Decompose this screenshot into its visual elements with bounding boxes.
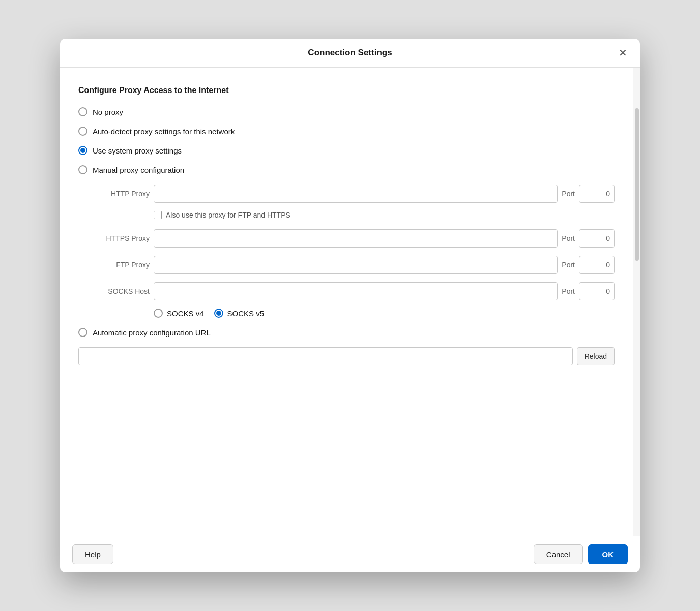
socks-host-input[interactable] [154,282,558,300]
radio-auto-proxy-label: Automatic proxy configuration URL [93,328,211,337]
socks-v5-indicator [214,309,223,318]
radio-no-proxy-label: No proxy [93,108,123,116]
socks-host-label: SOCKS Host [94,287,150,295]
radio-system-proxy[interactable]: Use system proxy settings [78,146,615,155]
https-port-label: Port [562,234,575,242]
dialog-body: Configure Proxy Access to the Internet N… [60,68,640,536]
radio-system-proxy-indicator [78,146,88,155]
http-proxy-row: HTTP Proxy Port [94,185,615,203]
socks-port-input[interactable] [579,282,615,300]
scrollbar-thumb[interactable] [635,108,639,261]
auto-proxy-url-input[interactable] [78,347,573,365]
radio-auto-detect-label: Auto-detect proxy settings for this netw… [93,127,235,136]
https-proxy-label: HTTPS Proxy [94,234,150,242]
footer-left: Help [72,544,113,564]
auto-proxy-url-row: Reload [78,347,615,365]
ftp-proxy-input[interactable] [154,256,558,274]
http-proxy-input[interactable] [154,185,558,203]
socks-v4-option[interactable]: SOCKS v4 [154,309,204,318]
manual-proxy-section: HTTP Proxy Port Also use this proxy for … [94,185,615,318]
ftp-port-label: Port [562,261,575,269]
radio-auto-detect[interactable]: Auto-detect proxy settings for this netw… [78,127,615,136]
reload-button[interactable]: Reload [577,347,615,365]
dialog-title: Connection Settings [308,48,392,58]
socks-v4-label: SOCKS v4 [167,309,204,318]
http-port-label: Port [562,190,575,198]
dialog-footer: Help Cancel OK [60,536,640,572]
section-title: Configure Proxy Access to the Internet [78,86,615,95]
https-proxy-row: HTTPS Proxy Port [94,229,615,248]
dialog-content: Configure Proxy Access to the Internet N… [60,68,633,536]
cancel-button[interactable]: Cancel [534,544,583,564]
socks-v5-label: SOCKS v5 [227,309,265,318]
http-proxy-label: HTTP Proxy [94,190,150,198]
socks-host-row: SOCKS Host Port [94,282,615,300]
radio-no-proxy[interactable]: No proxy [78,107,615,116]
radio-auto-proxy-indicator [78,328,88,337]
radio-manual-proxy-indicator [78,165,88,174]
also-use-checkbox-row: Also use this proxy for FTP and HTTPS [154,211,615,219]
radio-system-proxy-label: Use system proxy settings [93,146,182,155]
socks-v5-option[interactable]: SOCKS v5 [214,309,265,318]
socks-port-label: Port [562,287,575,295]
ftp-proxy-label: FTP Proxy [94,261,150,269]
dialog-header: Connection Settings ✕ [60,39,640,68]
socks-v4-indicator [154,309,163,318]
radio-auto-detect-indicator [78,127,88,136]
radio-manual-proxy[interactable]: Manual proxy configuration [78,165,615,174]
radio-manual-proxy-label: Manual proxy configuration [93,166,184,174]
https-proxy-input[interactable] [154,229,558,248]
help-button[interactable]: Help [72,544,113,564]
close-button[interactable]: ✕ [616,46,630,60]
ftp-port-input[interactable] [579,256,615,274]
ok-button[interactable]: OK [588,544,628,564]
connection-settings-dialog: Connection Settings ✕ Configure Proxy Ac… [60,39,640,572]
also-use-checkbox-label: Also use this proxy for FTP and HTTPS [166,211,290,219]
radio-auto-proxy-url[interactable]: Automatic proxy configuration URL [78,328,615,337]
also-use-checkbox[interactable] [154,211,162,219]
radio-no-proxy-indicator [78,107,88,116]
footer-right: Cancel OK [534,544,628,564]
https-port-input[interactable] [579,229,615,248]
socks-version-row: SOCKS v4 SOCKS v5 [154,309,615,318]
ftp-proxy-row: FTP Proxy Port [94,256,615,274]
http-port-input[interactable] [579,185,615,203]
scrollbar[interactable] [633,68,640,536]
